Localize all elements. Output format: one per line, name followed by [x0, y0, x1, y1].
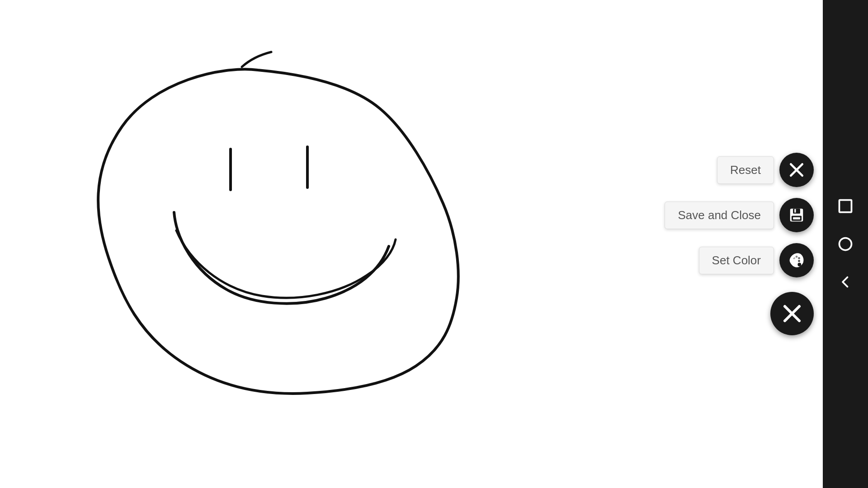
set-color-label: Set Color — [699, 247, 774, 274]
svg-point-12 — [798, 257, 800, 259]
svg-rect-6 — [794, 209, 796, 213]
back-button[interactable] — [835, 272, 855, 292]
cancel-row — [770, 292, 814, 335]
save-close-label: Save and Close — [665, 202, 774, 229]
set-color-row: Set Color — [699, 243, 814, 277]
save-close-button[interactable] — [779, 198, 814, 232]
right-sidebar — [823, 0, 868, 488]
svg-point-14 — [797, 263, 801, 267]
cancel-button[interactable] — [770, 292, 814, 335]
square-shape-button[interactable] — [835, 196, 855, 216]
svg-rect-17 — [840, 200, 852, 212]
x-icon — [788, 161, 805, 178]
reset-row: Reset — [717, 153, 814, 187]
cancel-x-icon — [781, 303, 803, 324]
circle-shape-button[interactable] — [835, 234, 855, 254]
save-icon — [788, 206, 805, 224]
svg-point-13 — [798, 260, 800, 262]
fab-container: Reset Save and Close — [665, 153, 814, 335]
reset-label: Reset — [717, 156, 774, 184]
save-close-row: Save and Close — [665, 198, 814, 232]
svg-point-11 — [796, 256, 798, 258]
set-color-button[interactable] — [779, 243, 814, 277]
svg-rect-5 — [793, 209, 800, 214]
palette-icon — [788, 252, 805, 269]
reset-button[interactable] — [779, 153, 814, 187]
drawing-canvas-area[interactable]: Reset Save and Close — [0, 0, 823, 488]
svg-rect-8 — [793, 217, 800, 220]
svg-point-18 — [840, 238, 852, 250]
